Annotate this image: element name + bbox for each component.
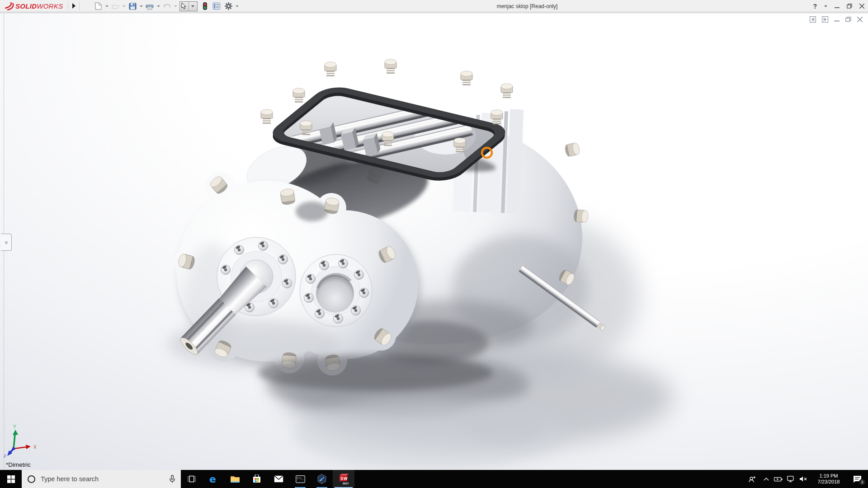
new-document-icon [95,2,102,10]
open-folder-icon [111,3,119,9]
title-toolbar: SOLIDWORKS [0,0,868,12]
save-dropdown[interactable] [139,1,143,11]
taskbar-app-dev-tool[interactable] [311,470,333,488]
minimize-button[interactable] [835,4,840,9]
taskbar-app-file-explorer[interactable] [224,470,246,488]
undo-icon [163,3,171,9]
save-icon [129,3,137,10]
window-title: menjac sklop [Read-only] [497,3,558,9]
taskbar-app-edge[interactable]: e [203,470,224,488]
splitter-grip-dot [5,241,8,244]
help-button[interactable]: ? [813,3,817,10]
expand-right-pane-button[interactable] [822,16,828,23]
restore-button[interactable] [847,4,852,9]
doc-close-button[interactable] [857,17,863,22]
taskbar-app-command-prompt[interactable]: C:\_ [289,470,311,488]
new-document-button[interactable] [93,1,104,11]
expand-left-pane-button[interactable] [810,16,816,23]
file-explorer-icon [230,475,240,483]
cursor-arrow-icon [181,3,187,9]
edge-icon: e [208,474,219,484]
options-dropdown[interactable] [235,1,239,11]
solidworks-logo[interactable]: SOLIDWORKS [0,0,63,12]
options-button[interactable] [223,1,234,11]
caret-down-icon [236,5,239,7]
network-icon [787,476,795,482]
system-tray: 1:19 PM 7/23/2018 3 [744,470,868,488]
battery-button[interactable] [772,470,784,488]
undo-dropdown[interactable] [173,1,178,11]
close-button[interactable] [859,4,864,9]
undo-button[interactable] [161,1,172,11]
notification-badge: 3 [859,479,865,485]
command-prompt-icon: C:\_ [296,475,305,483]
new-dropdown[interactable] [104,1,109,11]
caret-down-icon [105,5,108,7]
search-placeholder: Type here to search [41,475,99,483]
traffic-light-icon [203,2,207,10]
solidworks-logo-icon [4,1,15,10]
action-center-button[interactable]: 3 [848,470,867,488]
doc-minimize-button[interactable] [834,17,840,22]
windows-taskbar: Type here to search e [0,470,868,488]
volume-muted-icon [799,476,807,482]
people-button[interactable] [744,470,760,488]
dev-tool-hexagon-icon [316,474,327,484]
svg-text:SW: SW [340,476,348,481]
svg-text:2017: 2017 [343,482,349,485]
open-button[interactable] [110,1,121,11]
caret-down-icon [140,5,143,7]
taskbar-search-input[interactable]: Type here to search [22,470,181,488]
windows-logo-icon [7,475,15,483]
svg-text:e: e [209,474,216,484]
help-dropdown-icon[interactable] [824,5,827,7]
view-orientation-label: *Dimetric [6,461,31,468]
print-button[interactable] [144,1,155,11]
solidworks-window: X Y Z SOLIDWORKS [0,0,868,488]
feature-panel-splitter[interactable] [1,234,12,251]
toolbar-flyout-button[interactable] [71,2,77,10]
select-tool[interactable] [179,1,198,11]
taskbar-app-store[interactable] [246,470,268,488]
solidworks-app-icon: SW 2017 [338,473,349,485]
task-view-icon [187,475,196,483]
taskbar-app-solidworks[interactable]: SW 2017 [333,470,354,488]
microphone-icon[interactable] [169,475,175,483]
mail-icon [274,475,283,483]
battery-charging-icon [774,477,783,482]
file-properties-icon [213,3,220,9]
doc-restore-button[interactable] [845,17,851,22]
graphics-area[interactable] [0,13,868,470]
start-button[interactable] [0,470,22,488]
print-dropdown[interactable] [156,1,160,11]
taskbar-app-task-view[interactable] [181,470,203,488]
caret-down-icon [174,5,177,7]
select-tool-button[interactable] [180,2,189,11]
save-button[interactable] [127,1,138,11]
caret-down-icon [123,5,126,7]
tray-clock[interactable]: 1:19 PM 7/23/2018 [812,473,845,485]
people-icon [748,475,756,483]
standard-toolbar [93,1,239,11]
caret-down-icon [157,5,160,7]
rebuild-button[interactable] [199,1,210,11]
open-dropdown[interactable] [122,1,126,11]
tray-time: 1:19 PM [812,473,845,479]
select-tool-dropdown[interactable] [189,2,198,11]
network-button[interactable] [784,470,797,488]
caret-down-icon [191,5,194,7]
tray-overflow-button[interactable] [760,470,772,488]
store-icon [252,474,261,483]
cortana-icon [28,475,35,483]
file-properties-button[interactable] [211,1,222,11]
gear-icon [225,2,232,10]
separator [79,1,80,10]
volume-button[interactable] [797,470,810,488]
taskbar-app-mail[interactable] [268,470,289,488]
document-window-controls [810,16,863,23]
tray-date: 7/23/2018 [812,479,845,485]
window-controls: ? [813,0,864,12]
svg-text:C:\_: C:\_ [297,477,303,480]
flyout-arrow-icon [72,3,75,9]
brand-solid: SOLID [15,2,37,10]
